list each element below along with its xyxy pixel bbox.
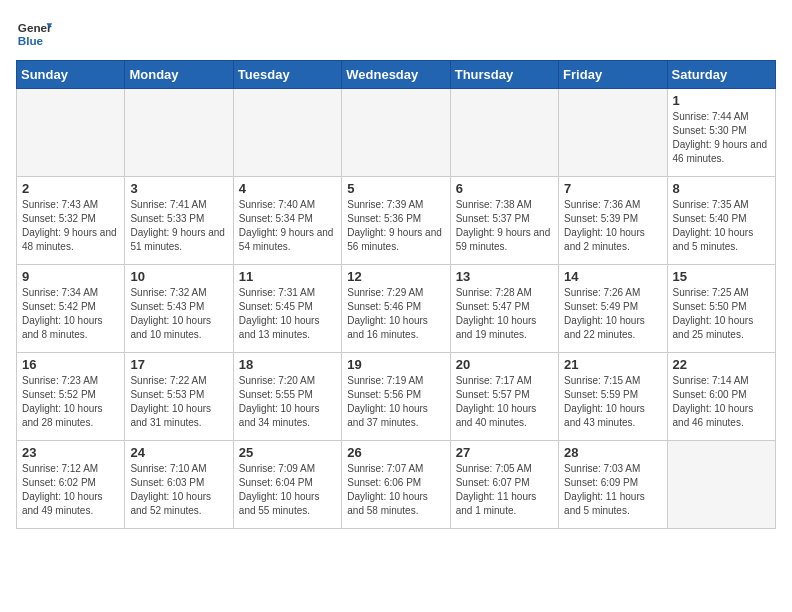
day-number: 14 xyxy=(564,269,661,284)
day-cell xyxy=(667,441,775,529)
day-info: Sunrise: 7:20 AM Sunset: 5:55 PM Dayligh… xyxy=(239,374,336,430)
day-number: 5 xyxy=(347,181,444,196)
day-info: Sunrise: 7:39 AM Sunset: 5:36 PM Dayligh… xyxy=(347,198,444,254)
weekday-header-sunday: Sunday xyxy=(17,61,125,89)
day-cell: 13Sunrise: 7:28 AM Sunset: 5:47 PM Dayli… xyxy=(450,265,558,353)
day-info: Sunrise: 7:43 AM Sunset: 5:32 PM Dayligh… xyxy=(22,198,119,254)
weekday-header-tuesday: Tuesday xyxy=(233,61,341,89)
day-cell: 9Sunrise: 7:34 AM Sunset: 5:42 PM Daylig… xyxy=(17,265,125,353)
day-info: Sunrise: 7:25 AM Sunset: 5:50 PM Dayligh… xyxy=(673,286,770,342)
day-number: 22 xyxy=(673,357,770,372)
day-number: 1 xyxy=(673,93,770,108)
day-cell: 23Sunrise: 7:12 AM Sunset: 6:02 PM Dayli… xyxy=(17,441,125,529)
logo: General Blue xyxy=(16,16,52,52)
day-number: 9 xyxy=(22,269,119,284)
weekday-header-thursday: Thursday xyxy=(450,61,558,89)
day-info: Sunrise: 7:07 AM Sunset: 6:06 PM Dayligh… xyxy=(347,462,444,518)
day-number: 19 xyxy=(347,357,444,372)
day-info: Sunrise: 7:34 AM Sunset: 5:42 PM Dayligh… xyxy=(22,286,119,342)
day-cell: 14Sunrise: 7:26 AM Sunset: 5:49 PM Dayli… xyxy=(559,265,667,353)
day-number: 8 xyxy=(673,181,770,196)
day-info: Sunrise: 7:22 AM Sunset: 5:53 PM Dayligh… xyxy=(130,374,227,430)
day-cell: 17Sunrise: 7:22 AM Sunset: 5:53 PM Dayli… xyxy=(125,353,233,441)
day-cell: 10Sunrise: 7:32 AM Sunset: 5:43 PM Dayli… xyxy=(125,265,233,353)
day-info: Sunrise: 7:10 AM Sunset: 6:03 PM Dayligh… xyxy=(130,462,227,518)
day-cell xyxy=(342,89,450,177)
svg-text:Blue: Blue xyxy=(18,34,44,47)
day-cell: 2Sunrise: 7:43 AM Sunset: 5:32 PM Daylig… xyxy=(17,177,125,265)
day-cell xyxy=(233,89,341,177)
day-number: 12 xyxy=(347,269,444,284)
day-info: Sunrise: 7:23 AM Sunset: 5:52 PM Dayligh… xyxy=(22,374,119,430)
day-info: Sunrise: 7:38 AM Sunset: 5:37 PM Dayligh… xyxy=(456,198,553,254)
day-cell: 12Sunrise: 7:29 AM Sunset: 5:46 PM Dayli… xyxy=(342,265,450,353)
day-info: Sunrise: 7:32 AM Sunset: 5:43 PM Dayligh… xyxy=(130,286,227,342)
week-row-5: 23Sunrise: 7:12 AM Sunset: 6:02 PM Dayli… xyxy=(17,441,776,529)
day-cell: 18Sunrise: 7:20 AM Sunset: 5:55 PM Dayli… xyxy=(233,353,341,441)
day-number: 10 xyxy=(130,269,227,284)
week-row-4: 16Sunrise: 7:23 AM Sunset: 5:52 PM Dayli… xyxy=(17,353,776,441)
weekday-header-saturday: Saturday xyxy=(667,61,775,89)
day-cell: 21Sunrise: 7:15 AM Sunset: 5:59 PM Dayli… xyxy=(559,353,667,441)
day-cell: 4Sunrise: 7:40 AM Sunset: 5:34 PM Daylig… xyxy=(233,177,341,265)
svg-text:General: General xyxy=(18,21,52,34)
logo-icon: General Blue xyxy=(16,16,52,52)
day-cell: 26Sunrise: 7:07 AM Sunset: 6:06 PM Dayli… xyxy=(342,441,450,529)
day-info: Sunrise: 7:03 AM Sunset: 6:09 PM Dayligh… xyxy=(564,462,661,518)
day-cell xyxy=(125,89,233,177)
weekday-header-monday: Monday xyxy=(125,61,233,89)
day-cell: 1Sunrise: 7:44 AM Sunset: 5:30 PM Daylig… xyxy=(667,89,775,177)
week-row-3: 9Sunrise: 7:34 AM Sunset: 5:42 PM Daylig… xyxy=(17,265,776,353)
day-number: 27 xyxy=(456,445,553,460)
day-number: 26 xyxy=(347,445,444,460)
day-number: 17 xyxy=(130,357,227,372)
day-cell: 11Sunrise: 7:31 AM Sunset: 5:45 PM Dayli… xyxy=(233,265,341,353)
day-cell: 19Sunrise: 7:19 AM Sunset: 5:56 PM Dayli… xyxy=(342,353,450,441)
day-number: 4 xyxy=(239,181,336,196)
day-number: 20 xyxy=(456,357,553,372)
day-cell: 28Sunrise: 7:03 AM Sunset: 6:09 PM Dayli… xyxy=(559,441,667,529)
day-number: 21 xyxy=(564,357,661,372)
week-row-1: 1Sunrise: 7:44 AM Sunset: 5:30 PM Daylig… xyxy=(17,89,776,177)
day-number: 23 xyxy=(22,445,119,460)
day-info: Sunrise: 7:26 AM Sunset: 5:49 PM Dayligh… xyxy=(564,286,661,342)
day-info: Sunrise: 7:19 AM Sunset: 5:56 PM Dayligh… xyxy=(347,374,444,430)
weekday-header-friday: Friday xyxy=(559,61,667,89)
day-number: 13 xyxy=(456,269,553,284)
day-cell: 8Sunrise: 7:35 AM Sunset: 5:40 PM Daylig… xyxy=(667,177,775,265)
day-info: Sunrise: 7:29 AM Sunset: 5:46 PM Dayligh… xyxy=(347,286,444,342)
day-cell: 20Sunrise: 7:17 AM Sunset: 5:57 PM Dayli… xyxy=(450,353,558,441)
header: General Blue xyxy=(16,16,776,52)
day-info: Sunrise: 7:14 AM Sunset: 6:00 PM Dayligh… xyxy=(673,374,770,430)
weekday-header-wednesday: Wednesday xyxy=(342,61,450,89)
day-cell xyxy=(17,89,125,177)
day-info: Sunrise: 7:36 AM Sunset: 5:39 PM Dayligh… xyxy=(564,198,661,254)
day-number: 6 xyxy=(456,181,553,196)
day-cell: 24Sunrise: 7:10 AM Sunset: 6:03 PM Dayli… xyxy=(125,441,233,529)
day-info: Sunrise: 7:35 AM Sunset: 5:40 PM Dayligh… xyxy=(673,198,770,254)
day-number: 18 xyxy=(239,357,336,372)
day-cell: 27Sunrise: 7:05 AM Sunset: 6:07 PM Dayli… xyxy=(450,441,558,529)
day-info: Sunrise: 7:09 AM Sunset: 6:04 PM Dayligh… xyxy=(239,462,336,518)
day-info: Sunrise: 7:28 AM Sunset: 5:47 PM Dayligh… xyxy=(456,286,553,342)
day-cell: 15Sunrise: 7:25 AM Sunset: 5:50 PM Dayli… xyxy=(667,265,775,353)
day-info: Sunrise: 7:44 AM Sunset: 5:30 PM Dayligh… xyxy=(673,110,770,166)
weekday-header-row: SundayMondayTuesdayWednesdayThursdayFrid… xyxy=(17,61,776,89)
day-number: 25 xyxy=(239,445,336,460)
day-number: 28 xyxy=(564,445,661,460)
day-info: Sunrise: 7:31 AM Sunset: 5:45 PM Dayligh… xyxy=(239,286,336,342)
day-info: Sunrise: 7:17 AM Sunset: 5:57 PM Dayligh… xyxy=(456,374,553,430)
day-info: Sunrise: 7:15 AM Sunset: 5:59 PM Dayligh… xyxy=(564,374,661,430)
day-cell xyxy=(450,89,558,177)
day-number: 16 xyxy=(22,357,119,372)
day-cell: 7Sunrise: 7:36 AM Sunset: 5:39 PM Daylig… xyxy=(559,177,667,265)
day-info: Sunrise: 7:05 AM Sunset: 6:07 PM Dayligh… xyxy=(456,462,553,518)
day-cell: 22Sunrise: 7:14 AM Sunset: 6:00 PM Dayli… xyxy=(667,353,775,441)
calendar-table: SundayMondayTuesdayWednesdayThursdayFrid… xyxy=(16,60,776,529)
day-info: Sunrise: 7:41 AM Sunset: 5:33 PM Dayligh… xyxy=(130,198,227,254)
day-cell: 25Sunrise: 7:09 AM Sunset: 6:04 PM Dayli… xyxy=(233,441,341,529)
day-cell: 5Sunrise: 7:39 AM Sunset: 5:36 PM Daylig… xyxy=(342,177,450,265)
day-number: 2 xyxy=(22,181,119,196)
day-cell: 3Sunrise: 7:41 AM Sunset: 5:33 PM Daylig… xyxy=(125,177,233,265)
day-number: 15 xyxy=(673,269,770,284)
